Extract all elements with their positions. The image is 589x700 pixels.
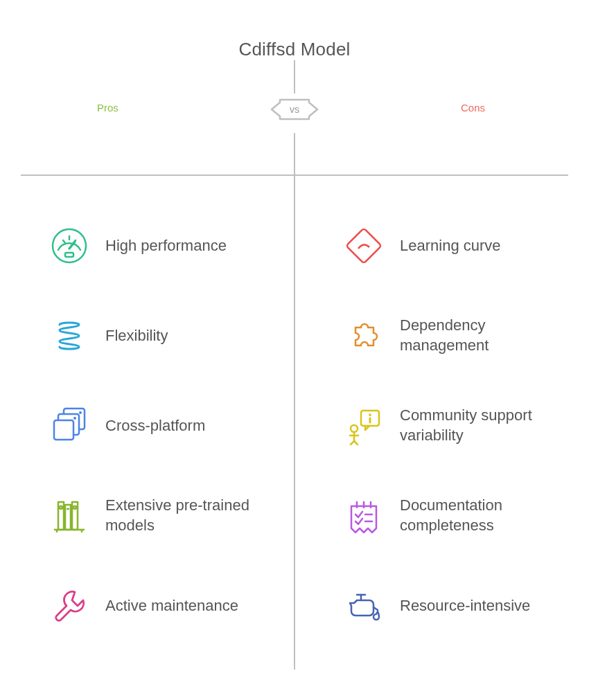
con-item: Documentation completeness [343, 471, 561, 561]
gauge-icon [49, 225, 90, 267]
page-title: Cdiffsd Model [0, 39, 589, 60]
windows-icon [49, 405, 90, 447]
oil-icon [343, 585, 385, 627]
pro-item: Active maintenance [49, 561, 267, 651]
wrench-icon [49, 585, 90, 627]
con-label: Learning curve [400, 236, 501, 256]
con-item: Resource-intensive [343, 561, 561, 651]
info-person-icon [343, 405, 385, 447]
con-item: Community support variability [343, 381, 561, 471]
pro-item: Extensive pre-trained models [49, 471, 267, 561]
cons-column: Learning curve Dependency management [294, 201, 589, 651]
svg-point-20 [351, 425, 358, 432]
spring-icon [49, 315, 90, 357]
con-label: Documentation completeness [400, 496, 559, 535]
svg-line-2 [63, 240, 65, 243]
vs-badge: vs [269, 93, 320, 125]
svg-line-24 [354, 441, 358, 445]
con-label: Community support variability [400, 406, 559, 445]
cons-header: Cons [461, 102, 485, 114]
top-connector [294, 60, 295, 93]
pros-column: High performance Flexibility [0, 201, 294, 651]
svg-point-17 [73, 506, 76, 509]
con-label: Resource-intensive [400, 596, 530, 616]
books-icon [49, 495, 90, 537]
warning-icon [343, 225, 385, 267]
pro-item: Flexibility [49, 291, 267, 381]
svg-point-16 [60, 506, 62, 509]
puzzle-icon [343, 315, 385, 357]
con-item: Learning curve [343, 201, 561, 291]
pro-label: Active maintenance [105, 596, 238, 616]
svg-point-8 [79, 411, 82, 414]
svg-rect-7 [54, 420, 73, 440]
pro-label: High performance [105, 236, 227, 256]
pros-header: Pros [97, 102, 118, 114]
checklist-icon [343, 495, 385, 537]
pro-label: Flexibility [105, 326, 168, 346]
svg-point-9 [73, 417, 76, 420]
con-item: Dependency management [343, 291, 561, 381]
svg-rect-19 [346, 228, 382, 264]
con-label: Dependency management [400, 316, 559, 355]
svg-rect-5 [65, 253, 73, 257]
pro-label: Cross-platform [105, 416, 205, 436]
pro-item: Cross-platform [49, 381, 267, 471]
pro-item: High performance [49, 201, 267, 291]
pro-label: Extensive pre-trained models [105, 496, 265, 535]
svg-text:vs: vs [290, 104, 299, 115]
